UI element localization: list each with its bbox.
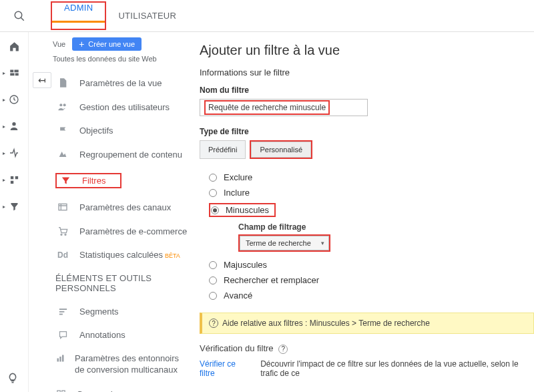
svg-rect-2 — [10, 69, 13, 72]
menu-channel-group[interactable]: Groupe de canaux personnalisé BÊTA — [53, 383, 193, 392]
help-icon[interactable]: ? — [278, 345, 288, 354]
tab-user[interactable]: UTILISATEUR — [106, 1, 188, 30]
page-title: Ajouter un filtre à la vue — [200, 43, 534, 58]
menu-content-grouping[interactable]: Regroupement de contenu — [53, 142, 193, 166]
discover-icon[interactable] — [7, 372, 19, 384]
view-name: Toutes les données du site Web — [53, 55, 193, 63]
menu-section-personal: ÉLÉMENTS ET OUTILS PERSONNELS — [53, 266, 193, 300]
menu-channel-settings[interactable]: Paramètres des canaux — [53, 195, 193, 219]
filter-name-label: Nom du filtre — [200, 85, 534, 95]
filter-field-label: Champ de filtrage — [238, 222, 534, 232]
svg-point-14 — [61, 234, 62, 235]
section-info: Informations sur le filtre — [200, 67, 534, 77]
channel-icon — [55, 202, 70, 212]
menu-ecommerce[interactable]: Paramètres de e-commerce — [53, 219, 193, 243]
svg-rect-9 — [15, 176, 17, 178]
radio-include[interactable]: Inclure — [209, 185, 534, 200]
verify-title: Vérification du filtre — [200, 343, 274, 353]
menu-user-mgmt[interactable]: Gestion des utilisateurs — [53, 95, 193, 119]
svg-rect-19 — [57, 359, 59, 362]
svg-point-15 — [65, 234, 66, 235]
rail-customization-icon[interactable]: ▸ — [7, 67, 21, 79]
cart-icon — [55, 226, 70, 236]
search-icon[interactable] — [8, 10, 31, 22]
svg-point-11 — [59, 104, 62, 106]
tab-admin[interactable]: ADMIN — [52, 0, 105, 23]
type-custom-button[interactable]: Personnalisé — [251, 142, 311, 158]
svg-rect-13 — [59, 204, 67, 210]
segments-icon — [55, 307, 70, 317]
grouping-icon — [55, 149, 70, 160]
chevron-down-icon: ▾ — [321, 240, 324, 246]
menu-annotations[interactable]: Annotations — [53, 323, 193, 347]
back-button[interactable]: ↤ — [33, 72, 51, 88]
rail-conversion-icon[interactable]: ▸ — [7, 200, 21, 212]
verify-link[interactable]: Vérifier ce filtre — [200, 359, 248, 378]
svg-rect-17 — [59, 311, 64, 313]
dd-icon: Dd — [55, 250, 70, 260]
funnel-chart-icon — [55, 353, 65, 363]
svg-rect-5 — [15, 73, 18, 75]
radio-exclude[interactable]: Exclure — [209, 170, 534, 185]
menu-calculated[interactable]: DdStatistiques calculéesBÊTA — [53, 243, 193, 266]
help-banner: ? Aide relative aux filtres : Minuscules… — [200, 313, 534, 334]
channel-group-icon — [55, 389, 67, 392]
radio-lowercase[interactable]: Minuscules — [209, 200, 534, 220]
rail-home-icon[interactable] — [7, 40, 21, 52]
svg-rect-21 — [62, 355, 64, 362]
menu-objectives[interactable]: Objectifs — [53, 119, 193, 142]
create-view-button[interactable]: +Créer une vue — [72, 37, 142, 51]
svg-rect-8 — [10, 176, 13, 178]
menu-segments[interactable]: Segments — [53, 300, 193, 323]
svg-rect-16 — [59, 309, 66, 310]
users-icon — [55, 102, 70, 112]
filter-field-select[interactable]: Terme de recherche▾ — [240, 236, 329, 250]
svg-point-12 — [63, 104, 66, 106]
radio-uppercase[interactable]: Majuscules — [209, 257, 534, 272]
svg-rect-18 — [59, 314, 62, 315]
radio-advanced[interactable]: Avancé — [209, 288, 534, 303]
svg-rect-3 — [14, 69, 18, 72]
svg-line-1 — [21, 17, 24, 21]
filter-type-label: Type de filtre — [200, 127, 534, 136]
filter-icon — [58, 176, 73, 186]
rail-behavior-icon[interactable]: ▸ — [7, 174, 21, 186]
verify-desc: Découvrir l'impact de ce filtre sur les … — [260, 359, 534, 378]
menu-filters[interactable]: Filtres — [53, 166, 193, 195]
svg-point-7 — [12, 122, 15, 126]
svg-rect-10 — [10, 180, 13, 183]
svg-rect-20 — [59, 357, 61, 362]
annotation-icon — [55, 330, 70, 340]
svg-point-0 — [15, 11, 22, 19]
rail-audience-icon[interactable]: ▸ — [7, 120, 21, 132]
svg-rect-4 — [10, 73, 14, 75]
menu-funnels[interactable]: Paramètres des entonnoirs de conversion … — [53, 347, 193, 383]
type-predefined-button[interactable]: Prédéfini — [200, 140, 246, 159]
menu-view-settings[interactable]: Paramètres de la vue — [53, 71, 193, 95]
settings-icon — [55, 77, 70, 88]
radio-search-replace[interactable]: Rechercher et remplacer — [209, 272, 534, 288]
rail-acquisition-icon[interactable]: ▸ — [7, 147, 21, 159]
flag-icon — [55, 126, 70, 136]
view-label: Vue — [53, 40, 65, 48]
filter-name-input[interactable]: Requête de recherche minuscule — [200, 99, 368, 116]
rail-realtime-icon[interactable]: ▸ — [7, 93, 21, 106]
help-icon: ? — [209, 319, 218, 328]
